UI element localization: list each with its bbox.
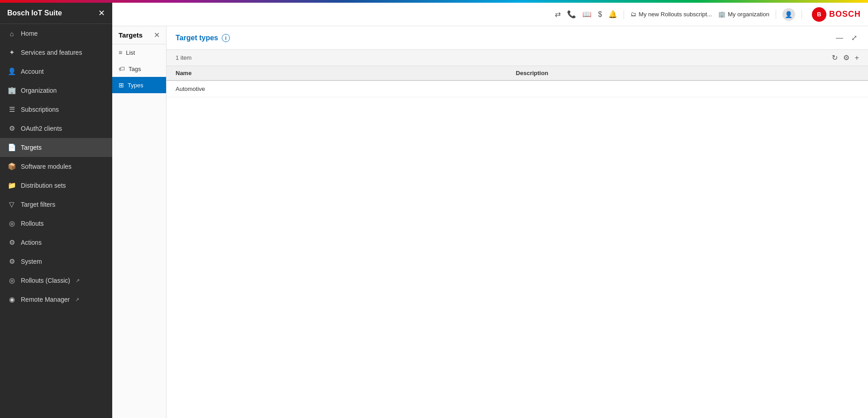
sidebar-item-remote-manager[interactable]: ◉ Remote Manager ↗ [0,290,112,309]
sidebar-item-software[interactable]: 📦 Software modules [0,157,112,176]
minimize-button[interactable]: — [834,32,845,44]
sidebar-item-label: Remote Manager [21,296,70,303]
table-header-row: Name Description [167,66,868,81]
col-name: Name [167,66,507,81]
refresh-button[interactable]: ↻ [832,53,838,62]
sidebar-item-label: Services and features [21,49,82,56]
content-header-actions: — ⤢ [834,32,859,44]
bell-icon[interactable]: 🔔 [608,10,617,19]
info-icon[interactable]: i [222,34,230,42]
org-label[interactable]: 🏢 My organization [718,11,769,18]
content-title-text: Target types [176,34,218,42]
sidebar-item-label: Rollouts [21,220,44,227]
main-area: Targets ✕ ≡ List 🏷 Tags ⊞ Types [112,26,868,418]
toolbar-right: ↻ ⚙ + [832,53,859,62]
table-container: Name Description Automotive [167,66,868,418]
sidebar-item-label: Distribution sets [21,182,66,189]
phone-icon[interactable]: 📞 [567,10,576,19]
targets-nav-list[interactable]: ≡ List [112,44,166,61]
subscription-icon: 🗂 [630,11,636,18]
system-icon: ⚙ [7,257,16,266]
targets-panel-close-button[interactable]: ✕ [154,31,160,39]
sidebar-item-label: Target filters [21,201,55,208]
content-area: Target types i — ⤢ 1 item ↻ ⚙ + [167,26,868,418]
content-title-group: Target types i [176,34,230,42]
app-title: Bosch IoT Suite [7,9,62,17]
expand-button[interactable]: ⤢ [849,32,859,44]
subscriptions-icon: ☰ [7,105,16,114]
distribution-icon: 📁 [7,181,16,190]
sidebar-item-label: Organization [21,87,57,94]
sidebar-header: Bosch IoT Suite ✕ [0,3,112,24]
sidebar-item-label: OAuth2 clients [21,125,62,132]
sidebar-item-targets[interactable]: 📄 Targets [0,138,112,157]
organization-icon: 🏢 [7,86,16,95]
targets-panel: Targets ✕ ≡ List 🏷 Tags ⊞ Types [112,26,167,418]
user-avatar[interactable]: 👤 [782,8,795,21]
header-divider-1 [624,10,624,19]
actions-icon: ⚙ [7,238,16,247]
col-description: Description [507,66,868,81]
targetfilters-icon: ▽ [7,200,16,209]
sidebar-item-actions[interactable]: ⚙ Actions [0,233,112,252]
software-icon: 📦 [7,162,16,171]
sidebar-item-oauth2[interactable]: ⚙ OAuth2 clients [0,119,112,138]
targets-nav-tags-label: Tags [129,66,141,72]
sidebar-item-organization[interactable]: 🏢 Organization [0,81,112,100]
target-types-table: Name Description Automotive [167,66,868,97]
tags-nav-icon: 🏷 [119,65,125,72]
targets-panel-header: Targets ✕ [112,26,166,44]
rollouts-icon: ◎ [7,219,16,228]
item-count: 1 item [176,54,191,61]
bosch-logo-circle: B [812,7,826,22]
rollouts-classic-icon: ◎ [7,276,16,285]
targets-icon: 📄 [7,143,16,152]
org-icon: 🏢 [718,11,725,18]
header-icon-group: ⇄ 📞 📖 $ 🔔 🗂 My new Rollouts subscript...… [555,7,861,22]
sidebar-item-subscriptions[interactable]: ☰ Subscriptions [0,100,112,119]
sidebar-item-label: Home [21,30,38,37]
bosch-logo: B BOSCH [812,7,861,22]
sidebar-item-label: Software modules [21,163,72,170]
app-header: ⇄ 📞 📖 $ 🔔 🗂 My new Rollouts subscript...… [112,3,868,26]
sidebar-item-label: System [21,258,42,265]
sidebar-item-services[interactable]: ✦ Services and features [0,43,112,62]
account-icon: 👤 [7,67,16,76]
sidebar: Bosch IoT Suite ✕ ⌂ Home ✦ Services and … [0,3,112,418]
oauth2-icon: ⚙ [7,124,16,133]
row-description [507,81,868,97]
settings-button[interactable]: ⚙ [843,53,849,62]
targets-nav-tags[interactable]: 🏷 Tags [112,61,166,77]
header-divider-3 [801,10,802,19]
sidebar-item-home[interactable]: ⌂ Home [0,24,112,43]
services-icon: ✦ [7,48,16,57]
sidebar-item-rollouts[interactable]: ◎ Rollouts [0,214,112,233]
targets-panel-title: Targets [119,31,143,39]
toolbar: 1 item ↻ ⚙ + [167,50,868,66]
sidebar-item-label: Rollouts (Classic) [21,277,70,284]
external-icon: ↗ [76,278,80,284]
home-icon: ⌂ [7,29,16,38]
sidebar-item-rollouts-classic[interactable]: ◎ Rollouts (Classic) ↗ [0,271,112,290]
remote-manager-icon: ◉ [7,295,16,304]
targets-nav-list-label: List [126,49,135,56]
book-icon[interactable]: 📖 [582,10,591,19]
sidebar-item-targetfilters[interactable]: ▽ Target filters [0,195,112,214]
share-icon[interactable]: ⇄ [555,10,561,19]
sidebar-item-account[interactable]: 👤 Account [0,62,112,81]
sidebar-item-label: Targets [21,144,42,151]
content-header: Target types i — ⤢ [167,26,868,50]
targets-nav-types[interactable]: ⊞ Types [112,77,166,93]
sidebar-close-button[interactable]: ✕ [98,8,105,18]
subscription-label[interactable]: 🗂 My new Rollouts subscript... [630,11,712,18]
types-nav-icon: ⊞ [119,81,124,89]
header-divider-2 [776,10,776,19]
sidebar-item-label: Account [21,68,44,75]
sidebar-item-label: Actions [21,239,42,246]
table-row[interactable]: Automotive [167,81,868,97]
sidebar-item-distribution[interactable]: 📁 Distribution sets [0,176,112,195]
add-button[interactable]: + [855,54,859,62]
sidebar-item-system[interactable]: ⚙ System [0,252,112,271]
row-name: Automotive [167,81,507,97]
dollar-icon[interactable]: $ [598,10,602,19]
